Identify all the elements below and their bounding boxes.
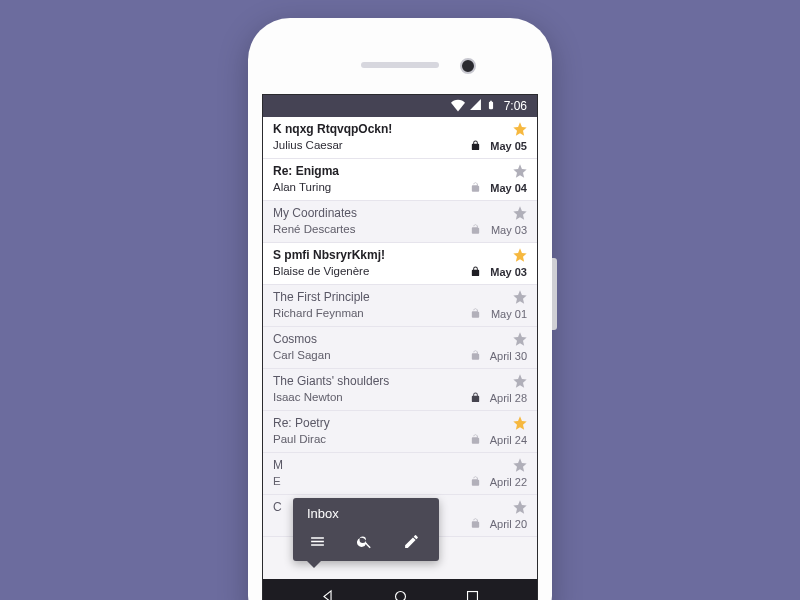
lock-open-icon xyxy=(470,224,481,238)
email-date: May 04 xyxy=(490,182,527,194)
email-subject: My Coordinates xyxy=(273,205,527,222)
phone-frame: 7:06 K nqxg RtqvqpOckn!Julius CaesarMay … xyxy=(248,18,552,600)
search-icon[interactable] xyxy=(356,533,373,553)
star-icon[interactable] xyxy=(512,373,528,392)
phone-side-button xyxy=(552,258,557,330)
star-icon[interactable] xyxy=(512,415,528,434)
inbox-toolbar: Inbox xyxy=(293,498,439,561)
android-nav-bar xyxy=(263,579,537,600)
email-item[interactable]: My CoordinatesRené DescartesMay 03 xyxy=(263,201,537,243)
menu-icon[interactable] xyxy=(309,533,326,553)
star-icon[interactable] xyxy=(512,205,528,224)
lock-closed-icon xyxy=(470,392,481,406)
lock-open-icon xyxy=(470,518,481,532)
email-date: April 22 xyxy=(490,476,527,488)
email-item[interactable]: The Giants' shouldersIsaac NewtonApril 2… xyxy=(263,369,537,411)
email-sender: Julius Caesar xyxy=(273,138,527,153)
signal-icon xyxy=(469,98,482,114)
status-bar: 7:06 xyxy=(263,95,537,117)
email-date: April 30 xyxy=(490,350,527,362)
star-icon[interactable] xyxy=(512,121,528,140)
screen: 7:06 K nqxg RtqvqpOckn!Julius CaesarMay … xyxy=(262,94,538,600)
email-subject: Re: Poetry xyxy=(273,415,527,432)
star-icon[interactable] xyxy=(512,247,528,266)
email-subject: The Giants' shoulders xyxy=(273,373,527,390)
email-subject: M xyxy=(273,457,527,474)
nav-home-icon[interactable] xyxy=(392,588,409,601)
phone-camera xyxy=(460,58,476,74)
email-item[interactable]: MEApril 22 xyxy=(263,453,537,495)
email-item[interactable]: Re: PoetryPaul DiracApril 24 xyxy=(263,411,537,453)
email-date: May 05 xyxy=(490,140,527,152)
star-icon[interactable] xyxy=(512,499,528,518)
email-subject: Cosmos xyxy=(273,331,527,348)
battery-icon xyxy=(486,98,496,115)
email-date: April 20 xyxy=(490,518,527,530)
svg-rect-1 xyxy=(468,591,478,600)
email-date: May 03 xyxy=(490,266,527,278)
email-item[interactable]: CosmosCarl SaganApril 30 xyxy=(263,327,537,369)
email-sender: Richard Feynman xyxy=(273,306,527,321)
nav-recents-icon[interactable] xyxy=(464,588,481,601)
email-subject: The First Principle xyxy=(273,289,527,306)
email-sender: Blaise de Vigenère xyxy=(273,264,527,279)
star-icon[interactable] xyxy=(512,331,528,350)
lock-open-icon xyxy=(470,182,481,196)
phone-speaker xyxy=(361,62,439,68)
lock-open-icon xyxy=(470,350,481,364)
compose-icon[interactable] xyxy=(403,533,420,553)
email-date: May 03 xyxy=(491,224,527,236)
lock-closed-icon xyxy=(470,266,481,280)
email-item[interactable]: S pmfi NbsryrKkmj!Blaise de VigenèreMay … xyxy=(263,243,537,285)
email-subject: K nqxg RtqvqpOckn! xyxy=(273,121,527,138)
nav-back-icon[interactable] xyxy=(319,588,336,601)
inbox-toolbar-title: Inbox xyxy=(307,506,429,521)
email-item[interactable]: K nqxg RtqvqpOckn!Julius CaesarMay 05 xyxy=(263,117,537,159)
email-sender: René Descartes xyxy=(273,222,527,237)
wifi-icon xyxy=(451,98,465,115)
star-icon[interactable] xyxy=(512,289,528,308)
lock-open-icon xyxy=(470,308,481,322)
email-item[interactable]: Re: EnigmaAlan TuringMay 04 xyxy=(263,159,537,201)
email-subject: Re: Enigma xyxy=(273,163,527,180)
star-icon[interactable] xyxy=(512,457,528,476)
svg-point-0 xyxy=(395,591,405,600)
star-icon[interactable] xyxy=(512,163,528,182)
status-time: 7:06 xyxy=(504,99,527,113)
email-sender: Alan Turing xyxy=(273,180,527,195)
lock-open-icon xyxy=(470,434,481,448)
email-subject: S pmfi NbsryrKkmj! xyxy=(273,247,527,264)
lock-open-icon xyxy=(470,476,481,490)
email-date: April 28 xyxy=(490,392,527,404)
email-date: May 01 xyxy=(491,308,527,320)
lock-closed-icon xyxy=(470,140,481,154)
email-item[interactable]: The First PrincipleRichard FeynmanMay 01 xyxy=(263,285,537,327)
email-date: April 24 xyxy=(490,434,527,446)
